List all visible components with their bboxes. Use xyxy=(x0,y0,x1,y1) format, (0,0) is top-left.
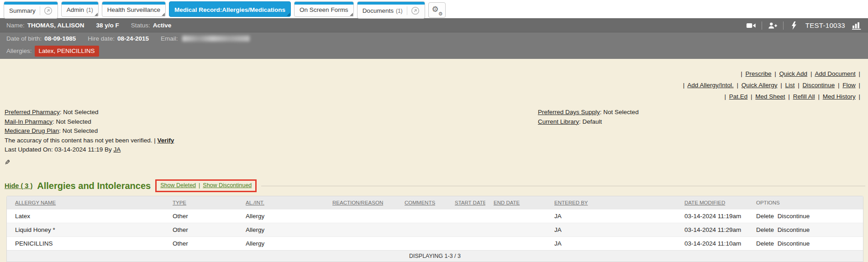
medicare-drug-plan-row: Medicare Drug Plan: Not Selected xyxy=(5,126,868,136)
separator: | xyxy=(683,82,685,89)
bar-chart-icon[interactable] xyxy=(852,21,862,30)
cell-date-modified: 03-14-2024 11:19am xyxy=(676,213,748,220)
flow-link[interactable]: Flow xyxy=(842,82,856,89)
separator: | xyxy=(858,82,860,89)
verify-link[interactable]: Verify xyxy=(157,137,174,144)
allergy-badge[interactable]: Latex, PENICILLINS xyxy=(35,46,99,57)
colon: : xyxy=(579,118,581,125)
tab-bar: Summary Admin (1) Health Surveillance Me… xyxy=(0,0,868,18)
add-person-icon[interactable] xyxy=(768,21,778,30)
name-label: Name: xyxy=(6,22,25,29)
medicare-drug-plan-link[interactable]: Medicare Drug Plan xyxy=(5,127,59,134)
col-header-options: OPTIONS xyxy=(748,200,863,205)
settings-button[interactable]: ⚙ ⚙ xyxy=(428,2,446,18)
col-header-al-int[interactable]: AL./INT. xyxy=(237,200,324,205)
edit-pencil-icon[interactable]: ✎ xyxy=(5,158,11,168)
banner-row-identity: Name: THOMAS, ALLISON 38 y/o F Status: A… xyxy=(0,18,868,32)
table-row-penicillins[interactable]: PENICILLINS Other Allergy JA 03-14-2024 … xyxy=(7,236,863,250)
table-row-latex[interactable]: Latex Other Allergy JA 03-14-2024 11:19a… xyxy=(7,209,863,223)
separator: | xyxy=(724,93,726,100)
email-value-redacted xyxy=(182,36,250,42)
col-header-date-modified[interactable]: DATE MODIFIED xyxy=(676,200,748,205)
discontinue-action[interactable]: Discontinue xyxy=(778,213,810,220)
tab-summary-label: Summary xyxy=(9,7,36,14)
quick-links: | Prescribe | Quick Add | Add Document |… xyxy=(0,68,868,102)
separator: | xyxy=(798,82,800,89)
tab-admin-badge: (1) xyxy=(86,7,93,13)
preferred-days-supply-link[interactable]: Preferred Days Supply xyxy=(538,109,600,115)
separator: | xyxy=(818,93,820,100)
col-header-start-date[interactable]: START DATE xyxy=(447,200,485,205)
delete-action[interactable]: Delete xyxy=(756,240,774,247)
tab-on-screen-forms[interactable]: On Screen Forms xyxy=(294,1,354,17)
pat-ed-link[interactable]: Pat.Ed xyxy=(729,93,748,100)
tab-admin[interactable]: Admin (1) xyxy=(61,1,99,17)
video-camera-icon[interactable] xyxy=(746,21,756,30)
tab-documents[interactable]: Documents (1) xyxy=(357,1,425,19)
col-header-reaction-reason[interactable]: REACTION/REASON xyxy=(324,200,396,205)
patient-banner: Name: THOMAS, ALLISON 38 y/o F Status: A… xyxy=(0,18,868,59)
tab-medical-record-allergies-medications[interactable]: Medical Record:Allergies/Medications xyxy=(169,1,291,17)
col-header-allergy-name[interactable]: ALLERGY NAME xyxy=(7,200,164,205)
add-allergy-intol-link[interactable]: Add Allergy/Intol. xyxy=(687,82,733,89)
last-updated-text: Last Updated On: 03-14-2024 11:19 By xyxy=(5,146,112,153)
cell-options: Delete Discontinue xyxy=(748,226,863,233)
tab-health-surveillance[interactable]: Health Surveillance xyxy=(102,1,166,17)
separator: | xyxy=(751,93,752,100)
preferred-pharmacy-link[interactable]: Preferred Pharmacy xyxy=(5,109,60,115)
cell-type: Other xyxy=(164,240,237,247)
mail-in-pharmacy-row: Mail-In Pharmacy: Not Selected xyxy=(5,117,868,127)
tab-forms-label: On Screen Forms xyxy=(300,6,348,13)
banner-row-details: Date of birth: 08-09-1985 Hire date: 08-… xyxy=(0,32,868,45)
last-updated-by-link[interactable]: JA xyxy=(113,146,121,153)
annotation-red-box: Show Deleted | Show Discontinued xyxy=(155,179,257,192)
med-history-link[interactable]: Med History xyxy=(823,93,856,100)
table-header-row: ALLERGY NAME TYPE AL./INT. REACTION/REAS… xyxy=(7,196,863,209)
discontinue-link[interactable]: Discontinue xyxy=(803,82,835,89)
discontinue-action[interactable]: Discontinue xyxy=(778,226,810,233)
tab-medical-label: Medical Record:Allergies/Medications xyxy=(174,6,285,13)
separator: | xyxy=(154,137,156,144)
tab-admin-label: Admin xyxy=(67,6,84,13)
table-row-liquid-honey[interactable]: Liquid Honey * Other Allergy JA 03-14-20… xyxy=(7,223,863,236)
col-header-end-date[interactable]: END DATE xyxy=(485,200,546,205)
list-link[interactable]: List xyxy=(785,82,795,89)
quick-allergy-link[interactable]: Quick Allergy xyxy=(742,82,778,89)
col-header-comments[interactable]: COMMENTS xyxy=(396,200,447,205)
hire-date-value: 08-24-2015 xyxy=(117,35,149,42)
cell-al-int: Allergy xyxy=(237,226,324,233)
quick-add-link[interactable]: Quick Add xyxy=(779,70,808,77)
cell-allergy-name: Liquid Honey * xyxy=(7,226,164,233)
col-header-type[interactable]: TYPE xyxy=(164,200,237,205)
cell-type: Other xyxy=(164,226,237,233)
add-document-link[interactable]: Add Document xyxy=(815,70,855,77)
discontinue-action[interactable]: Discontinue xyxy=(778,240,810,247)
gear-icon: ⚙ xyxy=(438,11,443,17)
separator xyxy=(783,21,784,30)
refill-all-link[interactable]: Refill All xyxy=(793,93,815,100)
summary-open-button[interactable] xyxy=(40,6,53,15)
dob-label: Date of birth: xyxy=(6,35,42,42)
current-library-link[interactable]: Current Library xyxy=(538,118,579,125)
separator: | xyxy=(788,93,790,100)
accuracy-row: The accuracy of this content has not yet… xyxy=(5,136,868,146)
documents-open-button[interactable] xyxy=(407,6,420,15)
col-header-entered-by[interactable]: ENTERED BY xyxy=(546,200,676,205)
hide-count-link[interactable]: Hide ( 3 ) xyxy=(5,182,32,189)
cell-allergy-name: PENICILLINS xyxy=(7,240,164,247)
patient-id: TEST-10033 xyxy=(805,21,845,29)
show-deleted-link[interactable]: Show Deleted xyxy=(160,182,196,189)
tab-summary[interactable]: Summary xyxy=(4,1,58,19)
tab-documents-badge: (1) xyxy=(396,8,403,14)
quick-links-row-2: | Add Allergy/Intol. | Quick Allergy | L… xyxy=(0,79,862,91)
med-sheet-link[interactable]: Med Sheet xyxy=(755,93,785,100)
pharmacy-info-section: Preferred Pharmacy: Not Selected Mail-In… xyxy=(0,108,868,168)
show-discontinued-link[interactable]: Show Discontinued xyxy=(203,182,252,189)
lightning-bolt-icon[interactable] xyxy=(789,21,799,30)
cell-options: Delete Discontinue xyxy=(748,213,863,220)
delete-action[interactable]: Delete xyxy=(756,213,774,220)
prescribe-link[interactable]: Prescribe xyxy=(745,70,771,77)
delete-action[interactable]: Delete xyxy=(756,226,774,233)
colon: : xyxy=(59,127,61,134)
mail-in-pharmacy-link[interactable]: Mail-In Pharmacy xyxy=(5,118,53,125)
